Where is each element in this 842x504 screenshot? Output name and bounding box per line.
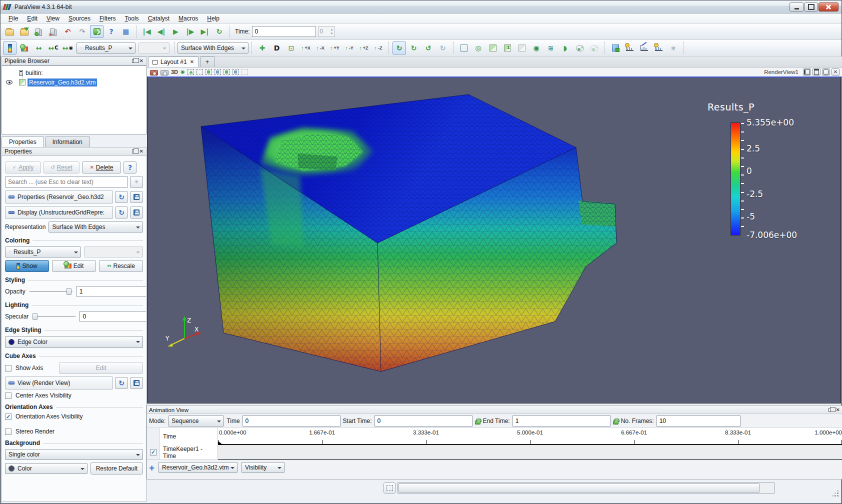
zoom-to-box-button[interactable]: ⊡ — [284, 42, 298, 54]
select-points-on-icon[interactable] — [196, 69, 203, 75]
extract-level-filter-button[interactable] — [500, 42, 514, 54]
close-dock-icon[interactable]: ✕ — [140, 149, 144, 154]
mode-select[interactable]: Sequence — [168, 416, 224, 426]
view-minus-y-button[interactable]: -Y — [342, 42, 356, 54]
adjust-camera-icon[interactable] — [160, 70, 168, 76]
float-dock-icon[interactable] — [132, 59, 136, 63]
slice-filter-button[interactable] — [515, 42, 528, 54]
glyph-filter-button[interactable]: ◉ — [530, 42, 543, 54]
vcr-last-frame-button[interactable]: ▶| — [198, 25, 212, 38]
coloring-component-select[interactable] — [84, 246, 143, 258]
lock-start-icon[interactable] — [475, 420, 480, 424]
pipeline-tree[interactable]: builtin: Reservoir_Geo.h3d2.vtm — [2, 66, 146, 134]
plot-global-variables-button[interactable] — [652, 42, 666, 54]
vcr-loop-button[interactable]: ↻ — [212, 25, 226, 38]
stereo-render-checkbox[interactable] — [5, 428, 12, 435]
apply-button[interactable]: ✓Apply — [5, 162, 41, 174]
visibility-eye-icon[interactable] — [6, 80, 12, 84]
disconnect-server-button[interactable] — [46, 25, 60, 38]
representation-combo[interactable]: Surface With Edges — [178, 42, 248, 54]
select-cells-on-icon[interactable] — [188, 69, 194, 75]
view-plus-z-button[interactable]: +Z — [357, 42, 370, 54]
menu-view[interactable]: View — [42, 14, 64, 23]
vcr-previous-frame-button[interactable]: ◀| — [154, 25, 168, 38]
menu-file[interactable]: File — [4, 14, 22, 23]
end-time-input[interactable] — [512, 416, 610, 426]
interactive-select-icon[interactable] — [232, 69, 239, 75]
time-index-spinner[interactable]: 0▲▼ — [318, 26, 335, 37]
section-properties-header[interactable]: Properties (Reservoir_Geo.h3d2 — [5, 190, 113, 204]
plot-selection-over-time-button[interactable] — [623, 42, 636, 54]
connect-server-button[interactable] — [32, 25, 46, 38]
background-color-select[interactable]: Color — [5, 463, 88, 474]
auto-apply-button[interactable] — [90, 25, 104, 38]
save-view-button[interactable] — [130, 377, 143, 389]
rescale-button[interactable]: ↔Rescale — [99, 260, 143, 272]
spinner-arrows-icon[interactable]: ▲▼ — [330, 28, 334, 36]
tab-information[interactable]: Information — [45, 136, 90, 147]
edit-camera-icon[interactable] — [150, 70, 158, 76]
color-legend[interactable]: Results_P 5.355e+00 2.5 0 -2.5 -5 -7.006… — [708, 102, 838, 112]
layout-tab-close-icon[interactable]: ✕ — [190, 60, 194, 64]
layout-tab[interactable]: Layout #1 ✕ — [148, 56, 198, 67]
detach-button[interactable] — [384, 482, 396, 494]
show-legend-button[interactable]: Show — [5, 260, 49, 272]
background-mode-select[interactable]: Single color — [5, 449, 143, 460]
save-display-button[interactable] — [130, 206, 143, 218]
open-file-button[interactable] — [3, 25, 16, 38]
rescale-to-visible-range-button[interactable]: ↔◉ — [61, 42, 74, 54]
quick-selection-button[interactable]: ▦ — [119, 25, 132, 38]
panel-help-button[interactable]: ? — [124, 162, 136, 174]
clip-filter-button[interactable] — [486, 42, 500, 54]
track-property-select[interactable]: Visibility — [242, 462, 284, 473]
timekeeper-track[interactable] — [218, 445, 842, 460]
rotate-camera-mode-button[interactable]: ↻ — [392, 42, 406, 54]
rescale-to-custom-range-button[interactable]: ↔C — [46, 42, 60, 54]
frames-input[interactable] — [656, 416, 740, 426]
zoom-to-data-button[interactable]: D — [270, 42, 284, 54]
timekeeper-track-row[interactable]: ✓ TimeKeeper1 - Time — [147, 445, 842, 460]
resize-grip[interactable] — [832, 490, 838, 496]
extract-block-filter-button[interactable] — [588, 42, 601, 54]
select-block-icon[interactable] — [224, 69, 230, 75]
menu-catalyst[interactable]: Catalyst — [144, 14, 174, 23]
orientation-axes-checkbox[interactable]: ✓ — [5, 414, 12, 420]
pipeline-item-source[interactable]: Reservoir_Geo.h3d2.vtm — [2, 78, 146, 87]
menu-tools[interactable]: Tools — [121, 14, 143, 23]
add-track-button[interactable]: + — [149, 463, 154, 472]
reload-properties-button[interactable]: ↻ — [115, 191, 128, 203]
search-options-button[interactable]: ✳ — [130, 176, 143, 188]
view-plus-x-button[interactable]: +X — [299, 42, 312, 54]
search-input[interactable] — [5, 176, 128, 188]
horizontal-scrollbar[interactable] — [398, 482, 774, 494]
close-dock-icon[interactable]: ✕ — [140, 58, 144, 64]
extract-selection-button[interactable] — [608, 42, 622, 54]
rescale-to-data-range-button[interactable]: ↔ — [32, 42, 46, 54]
edit-axis-button[interactable]: Edit — [59, 362, 143, 374]
time-value-input[interactable] — [252, 26, 316, 37]
menu-sources[interactable]: Sources — [64, 14, 94, 23]
coloring-array-select[interactable]: ◦Results_P — [5, 246, 81, 258]
new-layout-tab[interactable]: + — [200, 56, 214, 67]
vcr-play-button[interactable]: ▶ — [169, 25, 182, 38]
representation-select[interactable]: Surface With Edges — [48, 222, 143, 232]
probe-location-button[interactable]: ∗ — [666, 42, 680, 54]
component-combo[interactable] — [138, 42, 170, 54]
zoom-to-selection-icon[interactable] — [242, 69, 248, 75]
anim-time-input[interactable] — [242, 416, 340, 426]
float-dock-icon[interactable] — [132, 150, 136, 154]
playhead-marker[interactable] — [218, 441, 223, 445]
timeline-header[interactable]: 0.000e+00 1.667e-01 3.333e-01 5.000e-01 … — [218, 428, 842, 445]
save-properties-button[interactable] — [130, 191, 143, 203]
split-horizontal-button[interactable] — [803, 68, 811, 76]
close-button[interactable] — [818, 2, 838, 12]
rotate-90-cw-button[interactable]: ↻ — [407, 42, 420, 54]
delete-button[interactable]: ✕Delete — [82, 162, 121, 174]
render-viewport[interactable]: Results_P 5.355e+00 2.5 0 -2.5 -5 -7.006… — [147, 76, 841, 404]
view-plus-y-button[interactable]: +Y — [328, 42, 342, 54]
rotate-free-button[interactable]: ↻ — [436, 42, 450, 54]
timekeeper-checkbox[interactable]: ✓ — [150, 449, 156, 456]
track-source-select[interactable]: Reservoir_Geo.h3d2.vtm — [158, 462, 238, 473]
calculator-filter-button[interactable] — [457, 42, 470, 54]
opacity-slider-thumb[interactable] — [66, 288, 72, 295]
